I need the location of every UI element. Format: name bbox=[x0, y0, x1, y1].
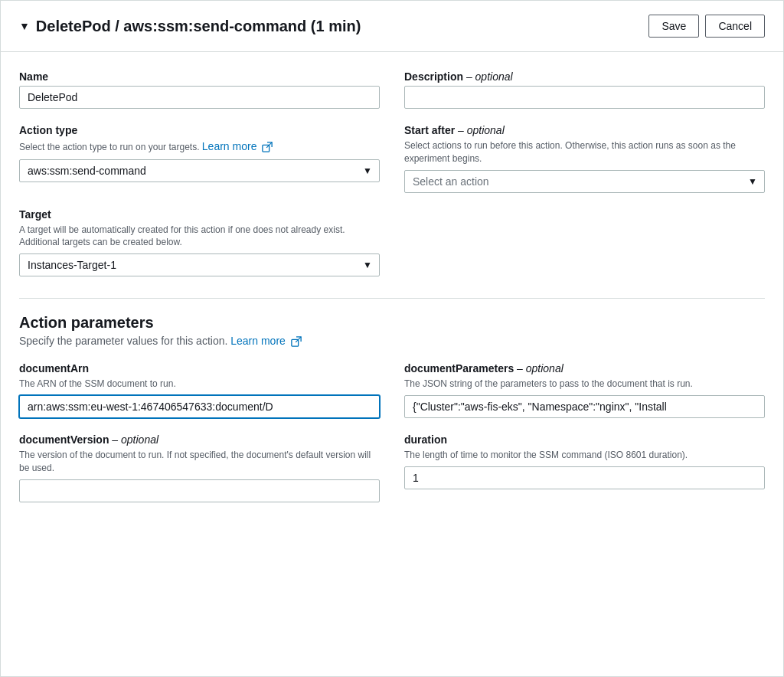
document-version-input[interactable] bbox=[19, 479, 380, 502]
target-group: Target A target will be automatically cr… bbox=[19, 208, 380, 277]
page-title: ▼ DeletePod / aws:ssm:send-command (1 mi… bbox=[19, 18, 361, 35]
document-arn-group: documentArn The ARN of the SSM document … bbox=[19, 362, 380, 418]
document-arn-description: The ARN of the SSM document to run. bbox=[19, 378, 380, 391]
action-params-learn-more[interactable]: Learn more bbox=[230, 335, 301, 347]
action-params-grid: documentArn The ARN of the SSM document … bbox=[19, 362, 765, 517]
duration-label: duration bbox=[404, 433, 765, 446]
description-label: Description – optional bbox=[404, 70, 765, 83]
duration-input[interactable] bbox=[404, 466, 765, 489]
action-params-title: Action parameters bbox=[19, 314, 765, 332]
document-arn-label: documentArn bbox=[19, 362, 380, 374]
target-select[interactable]: Instances-Target-1 bbox=[19, 253, 380, 276]
save-button[interactable]: Save bbox=[648, 15, 699, 38]
collapse-icon[interactable]: ▼ bbox=[19, 20, 30, 32]
description-group: Description – optional bbox=[404, 70, 765, 109]
action-type-select-wrapper: aws:ssm:send-command ▼ bbox=[19, 159, 380, 182]
title-text: DeletePod / aws:ssm:send-command (1 min) bbox=[36, 18, 361, 35]
section-divider bbox=[19, 298, 765, 299]
start-after-select[interactable]: Select an action bbox=[404, 170, 765, 193]
target-label: Target bbox=[19, 208, 380, 221]
start-after-group: Start after – optional Select actions to… bbox=[404, 124, 765, 193]
action-type-group: Action type Select the action type to ru… bbox=[19, 124, 380, 193]
document-params-description: The JSON string of the parameters to pas… bbox=[404, 378, 765, 391]
action-params-subtitle: Specify the parameter values for this ac… bbox=[19, 335, 765, 347]
target-select-wrapper: Instances-Target-1 ▼ bbox=[19, 253, 380, 276]
duration-group: duration The length of time to monitor t… bbox=[404, 433, 765, 502]
document-arn-input[interactable] bbox=[19, 395, 380, 418]
main-container: ▼ DeletePod / aws:ssm:send-command (1 mi… bbox=[0, 0, 784, 677]
target-description: A target will be automatically created f… bbox=[19, 224, 380, 250]
action-type-label: Action type bbox=[19, 124, 380, 136]
header: ▼ DeletePod / aws:ssm:send-command (1 mi… bbox=[1, 1, 783, 52]
document-version-description: The version of the document to run. If n… bbox=[19, 449, 380, 475]
document-params-label: documentParameters – optional bbox=[404, 362, 765, 374]
start-after-select-wrapper: Select an action ▼ bbox=[404, 170, 765, 193]
action-type-description: Select the action type to run on your ta… bbox=[19, 139, 380, 155]
start-after-label: Start after – optional bbox=[404, 124, 765, 136]
external-link-icon bbox=[262, 142, 273, 152]
name-label: Name bbox=[19, 70, 380, 83]
name-group: Name bbox=[19, 70, 380, 109]
document-params-group: documentParameters – optional The JSON s… bbox=[404, 362, 765, 418]
duration-description: The length of time to monitor the SSM co… bbox=[404, 449, 765, 462]
cancel-button[interactable]: Cancel bbox=[705, 15, 765, 38]
description-input[interactable] bbox=[404, 86, 765, 109]
action-params-external-link-icon bbox=[291, 336, 302, 347]
spacer-right bbox=[404, 208, 765, 293]
form-content: Name Description – optional Action type … bbox=[1, 52, 783, 536]
document-version-group: documentVersion – optional The version o… bbox=[19, 433, 380, 502]
form-grid: Name Description – optional Action type … bbox=[19, 70, 765, 292]
action-type-select[interactable]: aws:ssm:send-command bbox=[19, 159, 380, 182]
name-input[interactable] bbox=[19, 86, 380, 109]
action-type-learn-more[interactable]: Learn more bbox=[202, 140, 273, 152]
document-version-label: documentVersion – optional bbox=[19, 433, 380, 446]
document-params-input[interactable] bbox=[404, 395, 765, 418]
start-after-description: Select actions to run before this action… bbox=[404, 139, 765, 165]
header-actions: Save Cancel bbox=[648, 15, 765, 38]
